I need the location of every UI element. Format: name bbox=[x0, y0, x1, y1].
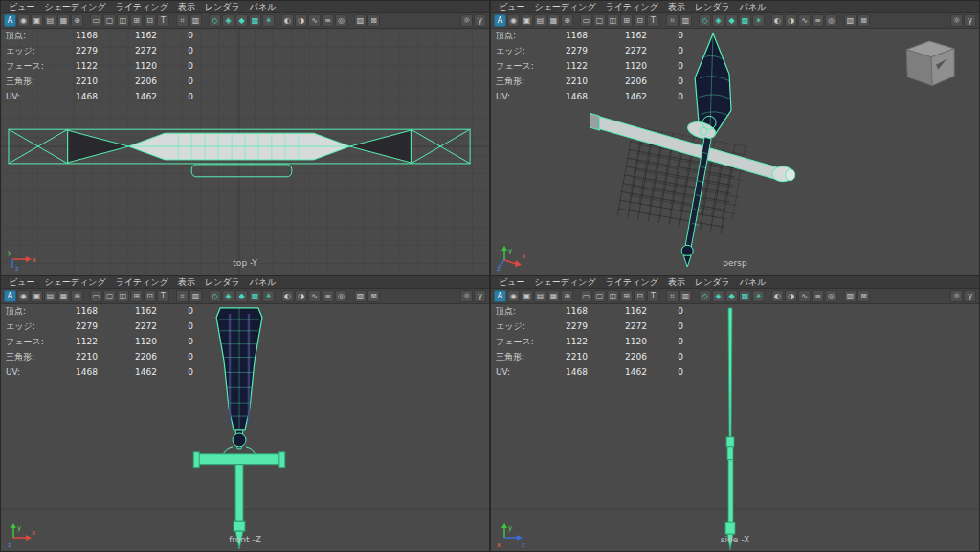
camera-attributes-icon[interactable]: ▣ bbox=[31, 14, 43, 27]
camera-attributes-icon[interactable]: ▣ bbox=[521, 14, 533, 27]
image-plane-icon[interactable]: ▦ bbox=[57, 290, 70, 302]
anti-alias-icon[interactable]: ≡ bbox=[812, 14, 824, 27]
smooth-shade-icon[interactable]: ◆ bbox=[725, 290, 738, 302]
safe-action-icon[interactable]: ⊡ bbox=[144, 14, 156, 27]
grid-icon[interactable]: ⌗ bbox=[176, 290, 189, 302]
gate-mask-icon[interactable]: ◫ bbox=[607, 14, 619, 27]
hud-icon[interactable]: ▥ bbox=[189, 14, 202, 27]
panel-menu-item[interactable]: パネル bbox=[735, 276, 771, 288]
isolate-select-icon[interactable]: ▧ bbox=[354, 14, 367, 27]
isolate-select-icon[interactable]: ▧ bbox=[844, 290, 857, 302]
smooth-shade-icon[interactable]: ◆ bbox=[235, 290, 248, 302]
hud-icon[interactable]: ▥ bbox=[679, 290, 692, 302]
film-gate-icon[interactable]: ▭ bbox=[580, 14, 592, 27]
grid-icon[interactable]: ⌗ bbox=[666, 14, 679, 27]
camera-attributes-icon[interactable]: ▣ bbox=[521, 290, 533, 302]
ssao-icon[interactable]: ◑ bbox=[295, 290, 307, 302]
panel-menu-item[interactable]: パネル bbox=[735, 1, 771, 12]
anti-alias-icon[interactable]: ≡ bbox=[812, 290, 824, 302]
dof-icon[interactable]: ◎ bbox=[335, 290, 347, 302]
grid-icon[interactable]: ⌗ bbox=[176, 14, 189, 27]
isolate-select-icon[interactable]: ▧ bbox=[354, 290, 367, 302]
safe-title-icon[interactable]: T bbox=[157, 14, 169, 27]
isolate-select-icon[interactable]: ▧ bbox=[844, 14, 857, 27]
shadows-icon[interactable]: ◐ bbox=[281, 14, 294, 27]
select-camera-icon[interactable]: A bbox=[4, 290, 16, 302]
select-camera-icon[interactable]: A bbox=[494, 14, 506, 27]
exposure-icon[interactable]: ☼ bbox=[460, 290, 473, 302]
exposure-icon[interactable]: ☼ bbox=[460, 14, 473, 27]
panel-menu-item[interactable]: ライティング bbox=[111, 276, 173, 288]
pan-zoom-icon[interactable]: ⊕ bbox=[561, 14, 573, 27]
wireframe-icon[interactable]: ◈ bbox=[222, 290, 234, 302]
ssao-icon[interactable]: ◑ bbox=[785, 290, 797, 302]
panel-menu-item[interactable]: ビュー bbox=[4, 1, 39, 12]
view-cube[interactable] bbox=[906, 41, 954, 86]
panel-menu-item[interactable]: レンダラ bbox=[690, 276, 735, 288]
default-material-icon[interactable]: ◇ bbox=[209, 14, 221, 27]
textured-icon[interactable]: ▩ bbox=[249, 290, 261, 302]
resolution-gate-icon[interactable]: ▢ bbox=[103, 290, 116, 302]
exposure-icon[interactable]: ☼ bbox=[950, 14, 963, 27]
image-plane-icon[interactable]: ▦ bbox=[547, 290, 560, 302]
wireframe-icon[interactable]: ◈ bbox=[712, 290, 724, 302]
motion-blur-icon[interactable]: ∿ bbox=[798, 14, 811, 27]
textured-icon[interactable]: ▩ bbox=[739, 14, 751, 27]
sword-model-front[interactable] bbox=[193, 308, 285, 549]
panel-menu-item[interactable]: 表示 bbox=[173, 1, 200, 12]
safe-action-icon[interactable]: ⊡ bbox=[144, 290, 156, 302]
bookmark-icon[interactable]: ▤ bbox=[534, 290, 546, 302]
sword-model-side[interactable] bbox=[725, 308, 735, 550]
panel-menu-item[interactable]: シェーディング bbox=[39, 276, 110, 288]
gate-mask-icon[interactable]: ◫ bbox=[117, 14, 129, 27]
safe-title-icon[interactable]: T bbox=[647, 290, 659, 302]
camera-attributes-icon[interactable]: ▣ bbox=[31, 290, 43, 302]
panel-menu-item[interactable]: ビュー bbox=[494, 276, 529, 288]
smooth-shade-icon[interactable]: ◆ bbox=[235, 14, 248, 27]
pan-zoom-icon[interactable]: ⊕ bbox=[561, 290, 573, 302]
xray-icon[interactable]: ⊠ bbox=[858, 290, 870, 302]
viewport-front[interactable]: 頂点: 1168 1162 0 エッジ: 2279 2272 0 フェース: 1… bbox=[1, 304, 489, 551]
shadows-icon[interactable]: ◐ bbox=[771, 14, 784, 27]
gamma-icon[interactable]: γ bbox=[964, 290, 976, 302]
motion-blur-icon[interactable]: ∿ bbox=[308, 14, 321, 27]
anti-alias-icon[interactable]: ≡ bbox=[322, 14, 334, 27]
textured-icon[interactable]: ▩ bbox=[249, 14, 261, 27]
bookmark-icon[interactable]: ▤ bbox=[44, 14, 56, 27]
panel-menu-item[interactable]: 表示 bbox=[663, 276, 690, 288]
sword-model-persp[interactable] bbox=[590, 33, 795, 267]
panel-menu-item[interactable]: パネル bbox=[245, 1, 281, 12]
gamma-icon[interactable]: γ bbox=[474, 290, 486, 302]
textured-icon[interactable]: ▩ bbox=[739, 290, 751, 302]
safe-title-icon[interactable]: T bbox=[157, 290, 169, 302]
image-plane-icon[interactable]: ▦ bbox=[57, 14, 70, 27]
ssao-icon[interactable]: ◑ bbox=[295, 14, 307, 27]
field-chart-icon[interactable]: ⊞ bbox=[130, 290, 143, 302]
panel-menu-item[interactable]: シェーディング bbox=[529, 276, 600, 288]
field-chart-icon[interactable]: ⊞ bbox=[620, 14, 633, 27]
gamma-icon[interactable]: γ bbox=[474, 14, 486, 27]
dof-icon[interactable]: ◎ bbox=[825, 14, 837, 27]
viewport-side[interactable]: 頂点: 1168 1162 0 エッジ: 2279 2272 0 フェース: 1… bbox=[491, 304, 979, 551]
panel-menu-item[interactable]: ビュー bbox=[4, 276, 39, 288]
wireframe-icon[interactable]: ◈ bbox=[222, 14, 234, 27]
exposure-icon[interactable]: ☼ bbox=[950, 290, 963, 302]
lighting-icon[interactable]: ☀ bbox=[752, 290, 765, 302]
resolution-gate-icon[interactable]: ▢ bbox=[593, 14, 606, 27]
xray-icon[interactable]: ⊠ bbox=[368, 14, 380, 27]
wireframe-icon[interactable]: ◈ bbox=[712, 14, 724, 27]
default-material-icon[interactable]: ◇ bbox=[209, 290, 221, 302]
lighting-icon[interactable]: ☀ bbox=[262, 14, 275, 27]
field-chart-icon[interactable]: ⊞ bbox=[620, 290, 633, 302]
anti-alias-icon[interactable]: ≡ bbox=[322, 290, 334, 302]
select-camera-icon[interactable]: A bbox=[494, 290, 506, 302]
dof-icon[interactable]: ◎ bbox=[825, 290, 837, 302]
film-gate-icon[interactable]: ▭ bbox=[580, 290, 592, 302]
xray-icon[interactable]: ⊠ bbox=[858, 14, 870, 27]
viewport-persp[interactable]: 頂点: 1168 1162 0 エッジ: 2279 2272 0 フェース: 1… bbox=[491, 29, 979, 275]
panel-menu-item[interactable]: ライティング bbox=[601, 1, 663, 12]
gate-mask-icon[interactable]: ◫ bbox=[117, 290, 129, 302]
panel-menu-item[interactable]: 表示 bbox=[663, 1, 690, 12]
panel-menu-item[interactable]: ライティング bbox=[111, 1, 173, 12]
bookmark-icon[interactable]: ▤ bbox=[534, 14, 546, 27]
